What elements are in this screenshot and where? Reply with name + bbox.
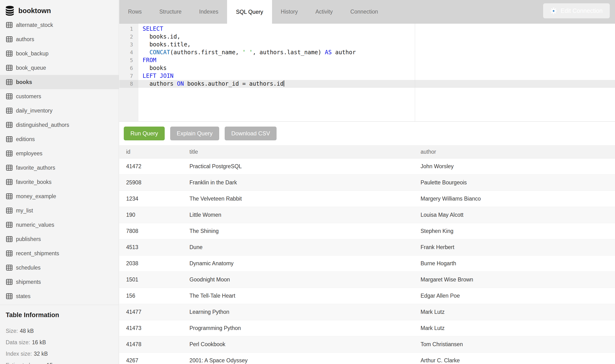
database-name: booktown xyxy=(18,7,51,15)
table-icon xyxy=(6,50,13,57)
sidebar-item-favorite_authors[interactable]: favorite_authors xyxy=(0,161,119,175)
line-number: 6 xyxy=(119,64,138,72)
sidebar-item-label: favorite_books xyxy=(16,179,52,185)
sidebar-item-label: my_list xyxy=(16,208,33,214)
cell: Edgar Allen Poe xyxy=(420,288,615,304)
sidebar-item-label: numeric_values xyxy=(16,222,54,228)
cell: 7808 xyxy=(119,223,189,239)
tab-sql-query[interactable]: SQL Query xyxy=(227,0,272,24)
sidebar-item-label: distinguished_authors xyxy=(16,122,69,128)
table-info-field: Estimated rows:15 xyxy=(0,360,119,364)
edit-connection-button[interactable]: Edit Connection xyxy=(543,3,610,18)
cell: Stephen King xyxy=(420,223,615,239)
editor-line: 7LEFT JOIN xyxy=(119,72,615,80)
cell: Tom Christiansen xyxy=(420,336,615,352)
editor-line: 2 books.id, xyxy=(119,33,615,41)
cell: Programming Python xyxy=(189,320,420,336)
sidebar-item-label: daily_inventory xyxy=(16,107,52,114)
tab-rows[interactable]: Rows xyxy=(119,0,151,24)
tab-history[interactable]: History xyxy=(272,0,307,24)
sidebar-item-label: schedules xyxy=(16,265,41,271)
table-information-section: Table Information Size:48 kBData size:16… xyxy=(0,305,119,364)
sidebar-item-numeric_values[interactable]: numeric_values xyxy=(0,218,119,232)
sidebar-item-label: recent_shipments xyxy=(16,250,59,257)
sidebar-item-favorite_books[interactable]: favorite_books xyxy=(0,175,119,189)
table-icon xyxy=(6,164,13,171)
sidebar-item-daily_inventory[interactable]: daily_inventory xyxy=(0,104,119,118)
tab-structure[interactable]: Structure xyxy=(151,0,190,24)
table-icon xyxy=(6,150,13,157)
sidebar-item-label: states xyxy=(16,293,30,299)
cell: 4513 xyxy=(119,239,189,256)
line-number: 5 xyxy=(119,56,138,64)
sidebar-item-label: customers xyxy=(16,93,41,100)
line-number: 7 xyxy=(119,72,138,80)
table-icon xyxy=(6,264,13,271)
sidebar-item-money_example[interactable]: money_example xyxy=(0,189,119,203)
line-number: 3 xyxy=(119,41,138,49)
download-csv-button[interactable]: Download CSV xyxy=(225,127,277,140)
cell: Mark Lutz xyxy=(420,304,615,320)
table-icon xyxy=(6,107,13,114)
cell: Franklin in the Dark xyxy=(189,175,420,191)
sidebar-item-employees[interactable]: employees xyxy=(0,146,119,161)
sidebar-item-book_queue[interactable]: book_queue xyxy=(0,61,119,75)
editor-line: 3 books.title, xyxy=(119,41,615,49)
line-number: 1 xyxy=(119,25,138,33)
sidebar-item-books[interactable]: books xyxy=(0,75,119,89)
cell: Perl Cookbook xyxy=(189,336,420,352)
cell: Margery Williams Bianco xyxy=(420,191,615,207)
cell: Learning Python xyxy=(189,304,420,320)
tab-connection[interactable]: Connection xyxy=(341,0,387,24)
sidebar-item-customers[interactable]: customers xyxy=(0,89,119,104)
sidebar-item-label: authors xyxy=(16,36,34,43)
column-header-id: id xyxy=(119,146,189,158)
sidebar-item-label: employees xyxy=(16,150,42,157)
sidebar-item-book_backup[interactable]: book_backup xyxy=(0,46,119,61)
sidebar-item-alternate_stock[interactable]: alternate_stock xyxy=(0,18,119,32)
sidebar-item-label: books xyxy=(16,79,32,85)
info-label: Index size: xyxy=(6,351,32,357)
tab-indexes[interactable]: Indexes xyxy=(190,0,227,24)
table-info-field: Size:48 kB xyxy=(0,325,119,337)
gear-icon xyxy=(550,8,557,14)
tab-activity[interactable]: Activity xyxy=(307,0,341,24)
explain-query-button[interactable]: Explain Query xyxy=(170,127,220,140)
code-text: books.id, xyxy=(138,33,180,41)
cell: Margaret Wise Brown xyxy=(420,272,615,288)
results-header-row: idtitleauthor xyxy=(119,146,615,158)
info-label: Data size: xyxy=(6,339,30,346)
table-icon xyxy=(6,65,13,71)
table-info-field: Data size:16 kB xyxy=(0,337,119,348)
cell: 2038 xyxy=(119,256,189,272)
cell: 41477 xyxy=(119,304,189,320)
editor-lines: 1SELECT2 books.id,3 books.title,4 CONCAT… xyxy=(119,24,615,88)
column-header-title: title xyxy=(189,146,420,158)
sidebar-item-states[interactable]: states xyxy=(0,289,119,303)
code-text: LEFT JOIN xyxy=(138,72,173,80)
sql-editor[interactable]: 1SELECT2 books.id,3 books.title,4 CONCAT… xyxy=(119,24,615,122)
sidebar-item-schedules[interactable]: schedules xyxy=(0,260,119,275)
table-icon xyxy=(6,122,13,128)
table-icon xyxy=(6,293,13,299)
results-body: 41472Practical PostgreSQLJohn Worsley259… xyxy=(119,158,615,364)
run-query-button[interactable]: Run Query xyxy=(124,127,165,140)
sidebar-item-publishers[interactable]: publishers xyxy=(0,232,119,246)
sidebar-item-my_list[interactable]: my_list xyxy=(0,203,119,218)
sidebar-item-recent_shipments[interactable]: recent_shipments xyxy=(0,246,119,260)
table-row: 42672001: A Space OdysseyArthur C. Clark… xyxy=(119,352,615,364)
table-row: 4513DuneFrank Herbert xyxy=(119,239,615,256)
sidebar-item-distinguished_authors[interactable]: distinguished_authors xyxy=(0,118,119,132)
table-icon xyxy=(6,36,13,43)
cell: 2001: A Space Odyssey xyxy=(189,352,420,364)
sidebar-item-shipments[interactable]: shipments xyxy=(0,275,119,289)
cell: John Worsley xyxy=(420,158,615,175)
column-header-author: author xyxy=(420,146,615,158)
text-cursor xyxy=(284,80,284,87)
table-row: 7808The ShiningStephen King xyxy=(119,223,615,239)
sidebar-item-editions[interactable]: editions xyxy=(0,132,119,146)
sidebar-item-authors[interactable]: authors xyxy=(0,32,119,46)
table-row: 41473Programming PythonMark Lutz xyxy=(119,320,615,336)
editor-line: 1SELECT xyxy=(119,25,615,33)
table-information-fields: Size:48 kBData size:16 kBIndex size:32 k… xyxy=(0,325,119,364)
